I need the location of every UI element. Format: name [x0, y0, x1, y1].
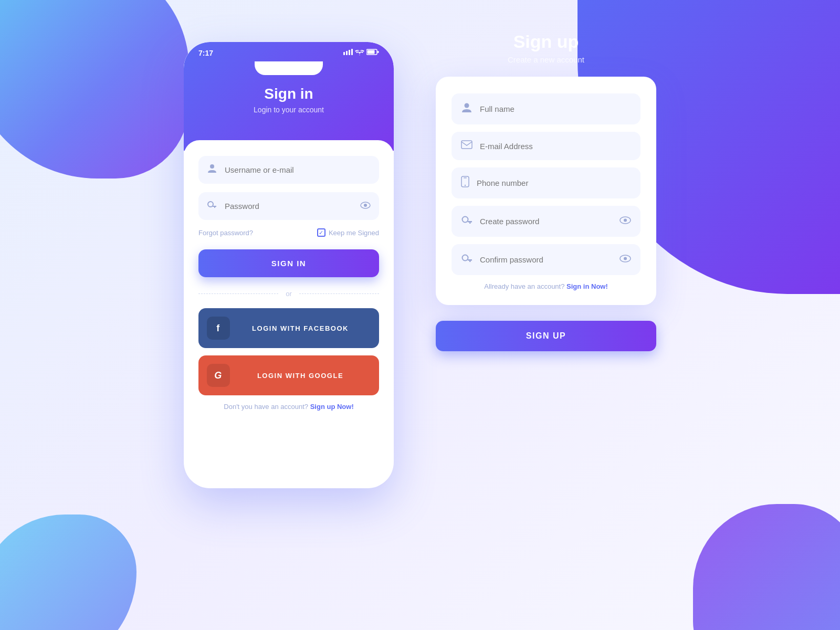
- confirm-password-input[interactable]: [480, 255, 612, 264]
- facebook-icon: f: [207, 317, 230, 340]
- keep-signed-container: ✓ Keep me Signed: [317, 228, 379, 237]
- status-icons: [343, 48, 379, 57]
- signal-icon: [343, 49, 353, 57]
- signin-now-link[interactable]: Sign in Now!: [566, 282, 608, 290]
- password-wrapper: [198, 192, 379, 220]
- phone-footer-text: Don't you have an account?: [224, 403, 308, 411]
- svg-point-10: [364, 204, 367, 207]
- forgot-password-link[interactable]: Forgot password?: [198, 229, 253, 237]
- svg-rect-0: [343, 52, 345, 55]
- sign-in-button[interactable]: SIGN IN: [198, 249, 379, 277]
- phone-input[interactable]: [477, 178, 631, 187]
- key-icon: [207, 200, 217, 213]
- signup-now-link[interactable]: Sign up Now!: [310, 403, 354, 411]
- email-input[interactable]: [480, 142, 631, 151]
- confirm-password-key-icon: [461, 253, 472, 267]
- svg-point-18: [624, 219, 627, 222]
- signup-button[interactable]: SIGN UP: [436, 321, 656, 351]
- user-icon: [207, 163, 217, 176]
- battery-icon: [366, 49, 379, 57]
- google-login-button[interactable]: G LOGIN WITH GOOGLE: [198, 355, 379, 395]
- google-button-label: LOGIN WITH GOOGLE: [230, 372, 371, 380]
- confirm-password-eye-icon[interactable]: [620, 255, 631, 265]
- phone-icon: [461, 176, 469, 190]
- password-group: [198, 192, 379, 220]
- full-name-input[interactable]: [480, 104, 631, 113]
- username-wrapper: [198, 156, 379, 184]
- svg-rect-15: [464, 177, 467, 178]
- svg-point-21: [624, 257, 627, 260]
- phone-footer: Don't you have an account? Sign up Now!: [198, 403, 379, 411]
- phone-group: [452, 167, 640, 198]
- password-input[interactable]: [225, 202, 353, 211]
- or-label: or: [286, 290, 292, 298]
- svg-point-7: [210, 164, 214, 169]
- confirm-password-wrapper: [452, 244, 640, 275]
- signup-title: Sign up: [508, 32, 584, 52]
- phone-title-area: Sign in Login to your account: [184, 75, 394, 130]
- svg-rect-12: [461, 141, 472, 149]
- keep-signed-checkbox[interactable]: ✓: [317, 228, 326, 237]
- password-eye-icon[interactable]: [360, 202, 371, 211]
- phone-body: Forgot password? ✓ Keep me Signed SIGN I…: [184, 140, 394, 425]
- phone-header: 7:17: [184, 42, 394, 151]
- svg-rect-1: [346, 51, 348, 55]
- signup-already: Allready have an account? Sign in Now!: [452, 282, 640, 290]
- create-password-key-icon: [461, 214, 472, 228]
- create-password-eye-icon[interactable]: [620, 216, 631, 226]
- svg-point-14: [465, 185, 466, 186]
- svg-rect-5: [368, 50, 375, 54]
- svg-rect-3: [351, 49, 353, 55]
- full-name-group: [452, 93, 640, 124]
- username-input[interactable]: [225, 165, 371, 174]
- email-group: [452, 132, 640, 160]
- svg-point-16: [463, 217, 468, 223]
- svg-point-19: [463, 255, 468, 261]
- signup-content: Sign up Create a new account: [436, 32, 656, 351]
- google-icon: G: [207, 364, 230, 387]
- create-password-group: [452, 206, 640, 237]
- keep-signed-label: Keep me Signed: [329, 229, 379, 237]
- facebook-button-label: LOGIN WITH FACEBOOK: [230, 324, 371, 332]
- or-divider: or: [198, 290, 379, 298]
- wifi-icon: [355, 48, 364, 57]
- phone-title: Sign in: [184, 86, 394, 102]
- background-blob-bottom-left: [0, 514, 136, 630]
- username-group: [198, 156, 379, 184]
- svg-point-11: [465, 103, 469, 108]
- full-name-icon: [461, 102, 472, 116]
- full-name-wrapper: [452, 93, 640, 124]
- create-password-input[interactable]: [480, 217, 612, 226]
- already-text: Allready have an account?: [484, 282, 564, 290]
- email-wrapper: [452, 132, 640, 160]
- email-icon: [461, 140, 472, 152]
- svg-point-8: [208, 202, 213, 207]
- signup-section: Sign up Create a new account: [436, 32, 656, 351]
- facebook-login-button[interactable]: f LOGIN WITH FACEBOOK: [198, 308, 379, 348]
- phone-subtitle: Login to your account: [184, 106, 394, 114]
- confirm-password-group: [452, 244, 640, 275]
- create-password-wrapper: [452, 206, 640, 237]
- background-blob-bottom-right: [693, 504, 840, 630]
- status-time: 7:17: [198, 49, 213, 57]
- signup-subtitle: Create a new account: [508, 55, 584, 64]
- svg-rect-6: [377, 51, 379, 53]
- svg-rect-2: [349, 50, 350, 55]
- phone-notch: [255, 61, 323, 75]
- signup-card: Allready have an account? Sign in Now!: [436, 77, 656, 305]
- options-row: Forgot password? ✓ Keep me Signed: [198, 228, 379, 237]
- status-bar: 7:17: [184, 42, 394, 61]
- signup-title-area: Sign up Create a new account: [508, 32, 584, 64]
- phone-mockup: 7:17: [184, 42, 394, 488]
- phone-wrapper: [452, 167, 640, 198]
